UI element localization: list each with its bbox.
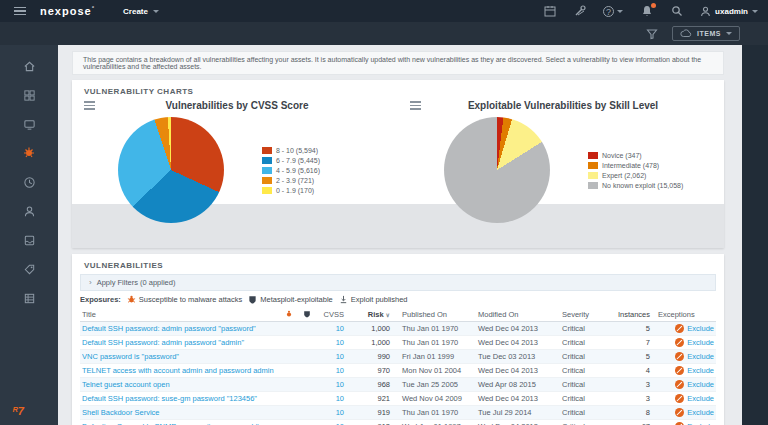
reports-icon[interactable] bbox=[22, 233, 36, 247]
header-instances[interactable]: Instances bbox=[610, 310, 652, 319]
risk-score: 919 bbox=[348, 408, 394, 417]
vulnerabilities-card: VULNERABILITIES › Apply Filters (0 appli… bbox=[72, 254, 724, 425]
menu-hamburger-icon[interactable] bbox=[14, 7, 26, 16]
severity-value: Critical bbox=[562, 338, 610, 347]
cvss-score-link[interactable]: 10 bbox=[316, 366, 348, 375]
vulnerability-table: Title CVSS Risk∨ Published On Modified O… bbox=[80, 307, 716, 425]
exposures-label: Exposures: bbox=[80, 295, 121, 304]
malware-exposure-item: Susceptible to malware attacks bbox=[127, 295, 242, 304]
published-date: Mon Nov 01 2004 bbox=[394, 366, 478, 375]
header-cvss[interactable]: CVSS bbox=[316, 310, 348, 319]
exclude-link[interactable]: Exclude bbox=[687, 366, 714, 375]
exploit-download-icon bbox=[339, 295, 348, 304]
top-navigation-bar: nexpose° Create ? uxadmin bbox=[0, 0, 768, 22]
severity-value: Critical bbox=[562, 366, 610, 375]
legend-swatch-icon bbox=[588, 182, 598, 189]
published-date: Thu Jan 01 1970 bbox=[394, 408, 478, 417]
modified-date: Wed Dec 04 2013 bbox=[478, 338, 562, 347]
header-modified[interactable]: Modified On bbox=[478, 310, 562, 319]
published-date: Wed Nov 04 2009 bbox=[394, 394, 478, 403]
legend-swatch-icon bbox=[262, 157, 272, 164]
header-malware-icon[interactable] bbox=[280, 310, 298, 318]
administration-icon[interactable] bbox=[22, 291, 36, 305]
header-risk[interactable]: Risk∨ bbox=[348, 310, 394, 319]
cvss-score-chart-panel: Vulnerabilities by CVSS Score 8 - 10 (5,… bbox=[72, 98, 398, 225]
header-metasploit-icon[interactable] bbox=[298, 310, 316, 318]
users-icon[interactable] bbox=[22, 204, 36, 218]
vulnerability-charts-card: VULNERABILITY CHARTS Vulnerabilities by … bbox=[72, 80, 724, 248]
vulnerability-title-link[interactable]: Default SSH password: suse-gm password "… bbox=[82, 394, 280, 403]
instances-count: 3 bbox=[610, 380, 652, 389]
instances-count: 7 bbox=[610, 338, 652, 347]
header-title[interactable]: Title bbox=[82, 310, 280, 319]
cvss-score-link[interactable]: 10 bbox=[316, 324, 348, 333]
legend-swatch-icon bbox=[588, 172, 598, 179]
metasploit-shield-icon bbox=[248, 295, 257, 304]
vulnerability-title-link[interactable]: TELNET access with account admin and pas… bbox=[82, 366, 280, 375]
legend-swatch-icon bbox=[262, 187, 272, 194]
notifications-icon[interactable] bbox=[640, 5, 653, 18]
chart-menu-icon[interactable] bbox=[410, 101, 421, 110]
exclude-link[interactable]: Exclude bbox=[687, 338, 714, 347]
legend-label: 4 - 5.9 (5,616) bbox=[276, 167, 320, 174]
legend-item: Novice (347) bbox=[588, 152, 683, 159]
help-icon[interactable]: ? bbox=[603, 5, 623, 18]
create-label: Create bbox=[123, 7, 148, 16]
severity-value: Critical bbox=[562, 380, 610, 389]
chevron-down-icon bbox=[617, 10, 623, 13]
cvss-pie-chart[interactable] bbox=[118, 117, 224, 223]
published-date: Fri Jan 01 1999 bbox=[394, 352, 478, 361]
cvss-score-link[interactable]: 10 bbox=[316, 380, 348, 389]
apply-filters-label: Apply Filters (0 applied) bbox=[97, 278, 176, 287]
legend-item: 0 - 1.9 (170) bbox=[262, 187, 320, 194]
header-published[interactable]: Published On bbox=[394, 310, 478, 319]
chart-menu-icon[interactable] bbox=[84, 101, 95, 110]
risk-score: 968 bbox=[348, 380, 394, 389]
exclude-link[interactable]: Exclude bbox=[687, 324, 714, 333]
exclude-link[interactable]: Exclude bbox=[687, 394, 714, 403]
filter-funnel-icon[interactable] bbox=[645, 27, 658, 40]
header-exceptions[interactable]: Exceptions bbox=[652, 310, 714, 319]
severity-value: Critical bbox=[562, 324, 610, 333]
chevron-down-icon bbox=[726, 32, 732, 35]
skill-level-pie-chart[interactable] bbox=[444, 117, 550, 223]
legend-item: No known exploit (15,058) bbox=[588, 182, 683, 189]
instances-count: 4 bbox=[610, 366, 652, 375]
cvss-score-link[interactable]: 10 bbox=[316, 394, 348, 403]
legend-label: 8 - 10 (5,594) bbox=[276, 147, 318, 154]
policies-icon[interactable] bbox=[22, 175, 36, 189]
sites-icon[interactable] bbox=[22, 117, 36, 131]
tags-icon[interactable] bbox=[22, 262, 36, 276]
items-dropdown-button[interactable]: ITEMS bbox=[672, 26, 740, 41]
exploit-published-item: Exploit published bbox=[339, 295, 408, 304]
home-icon[interactable] bbox=[22, 59, 36, 73]
vulnerability-title-link[interactable]: Default SSH password: admin password "pa… bbox=[82, 324, 280, 333]
cvss-score-link[interactable]: 10 bbox=[316, 352, 348, 361]
apply-filters-bar[interactable]: › Apply Filters (0 applied) bbox=[80, 274, 716, 291]
vulnerability-table-body: Default SSH password: admin password "pa… bbox=[80, 322, 716, 425]
vulnerabilities-icon[interactable] bbox=[22, 146, 36, 160]
calendar-icon[interactable] bbox=[543, 5, 556, 18]
assets-icon[interactable] bbox=[22, 88, 36, 102]
metasploit-exposure-item: Metasploit-exploitable bbox=[248, 295, 333, 304]
vulnerability-title-link[interactable]: Shell Backdoor Service bbox=[82, 408, 280, 417]
vulnerability-title-link[interactable]: VNC password is "password" bbox=[82, 352, 280, 361]
vulnerability-title-link[interactable]: Telnet guest account open bbox=[82, 380, 280, 389]
exclude-icon bbox=[675, 352, 684, 361]
sort-desc-icon: ∨ bbox=[386, 312, 390, 318]
header-severity[interactable]: Severity bbox=[562, 310, 610, 319]
user-menu[interactable]: uxadmin bbox=[700, 6, 758, 17]
tools-icon[interactable] bbox=[573, 5, 586, 18]
legend-label: 2 - 3.9 (721) bbox=[276, 177, 314, 184]
cvss-score-link[interactable]: 10 bbox=[316, 338, 348, 347]
exclude-link[interactable]: Exclude bbox=[687, 380, 714, 389]
cvss-score-link[interactable]: 10 bbox=[316, 408, 348, 417]
search-icon[interactable] bbox=[670, 5, 683, 18]
modified-date: Tue Jul 29 2014 bbox=[478, 408, 562, 417]
skill-level-chart-legend: Novice (347)Intermediate (478)Expert (2,… bbox=[588, 152, 683, 189]
table-row: Telnet guest account open 10 968 Tue Jan… bbox=[80, 378, 716, 392]
exclude-link[interactable]: Exclude bbox=[687, 408, 714, 417]
create-button[interactable]: Create bbox=[123, 7, 159, 16]
vulnerability-title-link[interactable]: Default SSH password: admin password "ad… bbox=[82, 338, 280, 347]
exclude-link[interactable]: Exclude bbox=[687, 352, 714, 361]
